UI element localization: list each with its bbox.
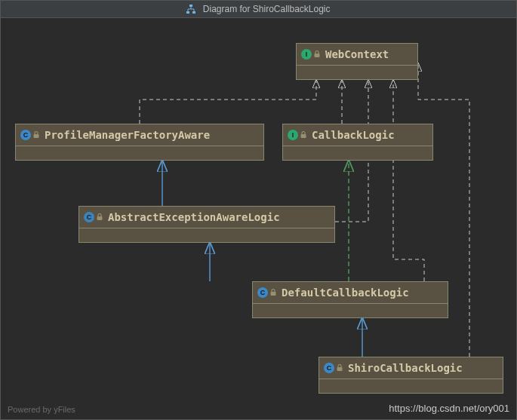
class-box-ProfileManagerFactoryAware[interactable]: CProfileManagerFactoryAware xyxy=(15,124,264,161)
titlebar: Diagram for ShiroCallbackLogic xyxy=(1,1,516,18)
class-body xyxy=(253,303,448,317)
lock-icon xyxy=(313,51,321,58)
interface-icon: I xyxy=(288,130,298,140)
svg-rect-0 xyxy=(189,5,192,7)
class-box-CallbackLogic[interactable]: ICallbackLogic xyxy=(282,124,433,161)
svg-rect-1 xyxy=(186,11,189,14)
class-body xyxy=(16,146,263,160)
lock-icon xyxy=(32,131,40,139)
diagram-window: Diagram for ShiroCallbackLogic xyxy=(0,0,517,420)
svg-rect-3 xyxy=(315,54,320,57)
class-header: CDefaultCallbackLogic xyxy=(253,282,448,303)
svg-rect-5 xyxy=(301,134,306,138)
class-header: ICallbackLogic xyxy=(283,124,432,146)
source-url-label: https://blog.csdn.net/ory001 xyxy=(389,403,509,414)
edge-uses xyxy=(140,80,316,124)
interface-icon: I xyxy=(301,49,312,60)
class-name-label: WebContext xyxy=(325,48,389,60)
lock-icon xyxy=(269,289,277,296)
class-body xyxy=(283,146,432,160)
abstract-class-icon: C xyxy=(84,212,94,222)
class-header: CAbstractExceptionAwareLogic xyxy=(79,207,334,228)
diagram-canvas[interactable]: IWebContextCProfileManagerFactoryAwareIC… xyxy=(2,18,515,418)
svg-rect-4 xyxy=(34,134,39,138)
window-title: Diagram for ShiroCallbackLogic xyxy=(203,4,331,14)
class-name-label: CallbackLogic xyxy=(312,129,395,141)
class-icon: C xyxy=(20,130,31,140)
class-icon: C xyxy=(257,287,268,298)
class-body xyxy=(79,228,334,242)
class-box-WebContext[interactable]: IWebContext xyxy=(296,43,418,80)
class-body xyxy=(319,379,503,393)
svg-rect-7 xyxy=(271,292,276,296)
lock-icon xyxy=(96,213,103,221)
class-header: CProfileManagerFactoryAware xyxy=(16,124,263,146)
edge-uses xyxy=(393,80,424,281)
class-icon: C xyxy=(324,363,334,373)
class-name-label: ShiroCallbackLogic xyxy=(348,362,463,374)
class-header: IWebContext xyxy=(297,44,417,65)
class-box-ShiroCallbackLogic[interactable]: CShiroCallbackLogic xyxy=(319,357,503,394)
class-header: CShiroCallbackLogic xyxy=(319,357,503,379)
svg-rect-8 xyxy=(337,367,343,371)
svg-rect-2 xyxy=(192,11,195,14)
lock-icon xyxy=(336,364,343,372)
powered-by-label: Powered by yFiles xyxy=(8,405,75,414)
class-box-DefaultCallbackLogic[interactable]: CDefaultCallbackLogic xyxy=(252,281,448,318)
class-body xyxy=(297,65,417,79)
svg-rect-6 xyxy=(97,216,103,220)
lock-icon xyxy=(300,131,307,139)
class-name-label: ProfileManagerFactoryAware xyxy=(45,129,210,141)
class-name-label: DefaultCallbackLogic xyxy=(282,287,409,299)
class-box-AbstractExceptionAwareLogic[interactable]: CAbstractExceptionAwareLogic xyxy=(78,206,335,243)
uml-diagram-icon xyxy=(186,5,195,14)
class-name-label: AbstractExceptionAwareLogic xyxy=(108,211,280,223)
